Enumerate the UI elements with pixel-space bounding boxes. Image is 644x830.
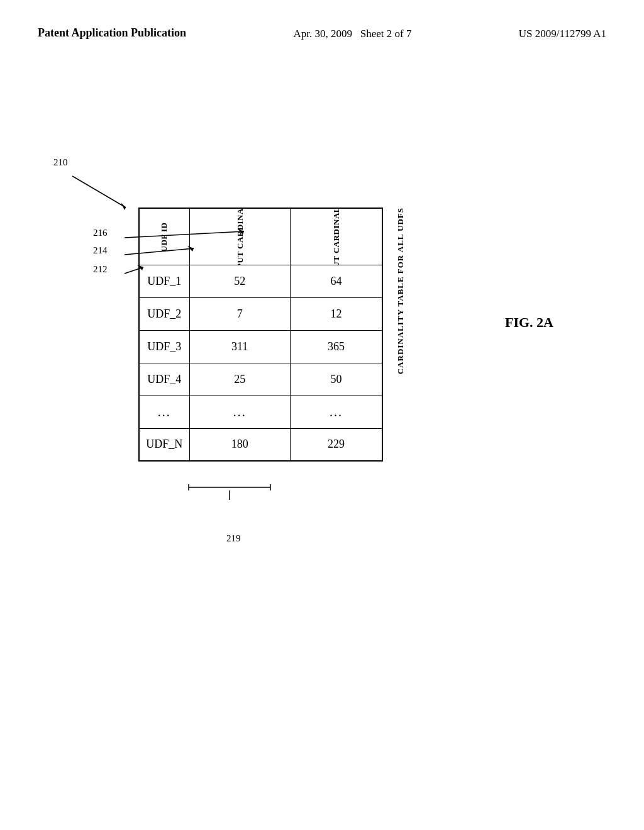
table-row-dots: ... ... ... bbox=[139, 396, 382, 428]
col-udf-id-header: UDF ID bbox=[139, 208, 189, 265]
svg-marker-1 bbox=[121, 202, 126, 210]
output-1: 52 bbox=[189, 265, 290, 297]
table-row: UDF_3 311 365 bbox=[139, 330, 382, 363]
vertical-label-container: CARDINALITY TABLE FOR ALL UDFS bbox=[396, 208, 406, 374]
output-2: 7 bbox=[189, 297, 290, 330]
svg-line-0 bbox=[72, 176, 126, 208]
table-header-row: UDF ID OUTPUT CARDINALITY INPUT CARDINAL… bbox=[139, 208, 382, 265]
output-dots: ... bbox=[189, 396, 290, 428]
input-1: 64 bbox=[290, 265, 382, 297]
input-dots: ... bbox=[290, 396, 382, 428]
udf-id-3: UDF_3 bbox=[139, 330, 189, 363]
cardinality-table-label: CARDINALITY TABLE FOR ALL UDFS bbox=[396, 208, 406, 374]
publication-title: Patent Application Publication bbox=[38, 25, 186, 41]
ref-216-text: 216 bbox=[93, 228, 108, 238]
figure-label-text: FIG. 2A bbox=[505, 314, 553, 330]
table-row: UDF_1 52 64 bbox=[139, 265, 382, 297]
input-4: 50 bbox=[290, 363, 382, 396]
udf-id-dots: ... bbox=[139, 396, 189, 428]
ref-212-text: 212 bbox=[93, 264, 108, 274]
ref-210-text: 210 bbox=[53, 157, 68, 167]
output-n: 180 bbox=[189, 428, 290, 461]
ref-216-label: 216 bbox=[93, 228, 108, 238]
table-container: UDF ID OUTPUT CARDINALITY INPUT CARDINAL… bbox=[138, 208, 406, 462]
col-input-header: INPUT CARDINALITY bbox=[290, 208, 382, 265]
table-row: UDF_2 7 12 bbox=[139, 297, 382, 330]
ref-210-label: 210 bbox=[53, 157, 68, 168]
udf-id-4: UDF_4 bbox=[139, 363, 189, 396]
figure-label: FIG. 2A bbox=[505, 314, 553, 331]
page-header: Patent Application Publication Apr. 30, … bbox=[0, 0, 644, 42]
patent-number: US 2009/112799 A1 bbox=[519, 25, 606, 42]
ref-212-label: 212 bbox=[93, 264, 108, 275]
title-text: Patent Application Publication bbox=[38, 26, 186, 39]
ref-219-text: 219 bbox=[226, 533, 241, 543]
sheet-text: Sheet 2 of 7 bbox=[360, 28, 412, 40]
col-input-label: INPUT CARDINALITY bbox=[331, 208, 341, 265]
udf-id-1: UDF_1 bbox=[139, 265, 189, 297]
output-3: 311 bbox=[189, 330, 290, 363]
date-text: Apr. 30, 2009 bbox=[293, 28, 352, 40]
output-4: 25 bbox=[189, 363, 290, 396]
input-n: 229 bbox=[290, 428, 382, 461]
udf-id-n: UDF_N bbox=[139, 428, 189, 461]
cardinality-table: UDF ID OUTPUT CARDINALITY INPUT CARDINAL… bbox=[138, 208, 383, 462]
col-udf-id-label: UDF ID bbox=[159, 223, 169, 252]
ref-214-text: 214 bbox=[93, 245, 108, 255]
col-output-header: OUTPUT CARDINALITY bbox=[189, 208, 290, 265]
table-row-last: UDF_N 180 229 bbox=[139, 428, 382, 461]
patent-number-text: US 2009/112799 A1 bbox=[519, 28, 606, 40]
input-2: 12 bbox=[290, 297, 382, 330]
col-output-label: OUTPUT CARDINALITY bbox=[235, 208, 245, 265]
diagram-area: 210 216 214 212 UDF ID OUTPUT CARDINALIT… bbox=[50, 145, 566, 585]
table-row: UDF_4 25 50 bbox=[139, 363, 382, 396]
ref-214-label: 214 bbox=[93, 245, 108, 256]
input-3: 365 bbox=[290, 330, 382, 363]
publication-date-sheet: Apr. 30, 2009 Sheet 2 of 7 bbox=[293, 25, 411, 42]
udf-id-2: UDF_2 bbox=[139, 297, 189, 330]
ref-219-label: 219 bbox=[226, 533, 241, 544]
